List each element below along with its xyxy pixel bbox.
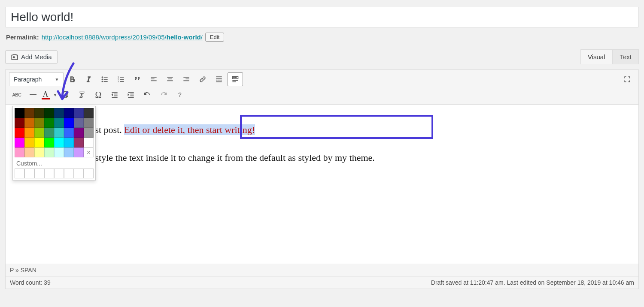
bold-button[interactable]: [64, 72, 80, 86]
custom-color-slot[interactable]: [74, 169, 84, 178]
read-more-button[interactable]: [211, 72, 227, 86]
align-center-button[interactable]: [162, 72, 178, 86]
color-swatch[interactable]: [74, 108, 84, 118]
svg-point-0: [102, 76, 103, 78]
link-button[interactable]: [195, 72, 210, 86]
draft-info: Draft saved at 11:20:47 am. Last edited …: [431, 279, 634, 286]
tab-text[interactable]: Text: [612, 49, 639, 64]
color-swatch[interactable]: [24, 128, 34, 138]
help-button[interactable]: ?: [172, 88, 188, 102]
color-swatch[interactable]: [74, 147, 84, 157]
post-title-input[interactable]: [5, 7, 639, 27]
element-path[interactable]: P » SPAN: [6, 264, 638, 277]
editor-mode-tabs: Visual Text: [580, 49, 639, 64]
svg-rect-35: [114, 94, 117, 95]
color-swatch[interactable]: [34, 118, 44, 128]
format-select[interactable]: Paragraph ▼: [9, 72, 64, 86]
tab-visual[interactable]: Visual: [580, 49, 613, 64]
color-swatch[interactable]: [54, 108, 64, 118]
color-swatch[interactable]: [24, 118, 34, 128]
color-swatch[interactable]: [74, 128, 84, 138]
selected-text: Edit or delete it, then start writing!: [124, 124, 255, 135]
svg-rect-20: [184, 81, 189, 81]
fullscreen-button[interactable]: [620, 72, 635, 86]
color-swatch[interactable]: [64, 108, 74, 118]
custom-color-slot[interactable]: [34, 169, 44, 178]
color-swatch[interactable]: [24, 138, 34, 147]
custom-color-slot[interactable]: [64, 169, 74, 178]
align-left-button[interactable]: [146, 72, 161, 86]
color-swatch[interactable]: [15, 138, 24, 147]
paste-text-button[interactable]: [58, 88, 73, 102]
text-color-button[interactable]: A ▼: [42, 88, 57, 102]
color-swatch[interactable]: [15, 108, 24, 118]
color-swatch[interactable]: [74, 138, 84, 147]
color-swatch[interactable]: [64, 118, 74, 128]
color-swatch[interactable]: [54, 128, 64, 138]
numbered-list-button[interactable]: 123: [113, 72, 129, 86]
horizontal-rule-button[interactable]: [25, 88, 41, 102]
permalink-link[interactable]: http://localhost:8888/wordpress/2019/09/…: [42, 33, 203, 41]
color-swatch[interactable]: [44, 128, 54, 138]
bullet-list-button[interactable]: [97, 72, 112, 86]
svg-rect-5: [104, 81, 108, 82]
color-swatch[interactable]: ×: [84, 147, 94, 157]
color-swatch[interactable]: [64, 147, 74, 157]
color-swatch[interactable]: [84, 128, 94, 138]
color-swatch[interactable]: [24, 108, 34, 118]
color-swatch[interactable]: [34, 147, 44, 157]
color-swatch[interactable]: [84, 118, 94, 128]
add-media-button[interactable]: Add Media: [5, 50, 58, 64]
edit-permalink-button[interactable]: Edit: [205, 33, 224, 42]
color-swatch[interactable]: [34, 138, 44, 147]
color-swatch[interactable]: [44, 108, 54, 118]
color-swatch[interactable]: [84, 108, 94, 118]
strikethrough-button[interactable]: ABC: [9, 88, 24, 102]
custom-color-slot[interactable]: [54, 169, 64, 178]
color-swatch[interactable]: [15, 128, 24, 138]
redo-button[interactable]: [156, 88, 171, 102]
color-swatch[interactable]: [64, 128, 74, 138]
svg-rect-12: [151, 77, 157, 78]
chevron-down-icon: ▼: [55, 77, 59, 82]
color-swatch[interactable]: [34, 108, 44, 118]
custom-color-button[interactable]: Custom...: [15, 157, 94, 169]
svg-rect-30: [235, 77, 236, 78]
svg-rect-15: [167, 77, 173, 78]
color-swatch[interactable]: [15, 147, 24, 157]
color-swatch[interactable]: [54, 118, 64, 128]
text-color-a-icon: A: [42, 90, 50, 99]
svg-rect-28: [233, 77, 234, 78]
indent-button[interactable]: [123, 88, 139, 102]
color-swatch[interactable]: [44, 118, 54, 128]
color-swatch[interactable]: [64, 138, 74, 147]
special-character-button[interactable]: Ω: [91, 88, 106, 102]
color-swatch[interactable]: [24, 147, 34, 157]
svg-text:3: 3: [118, 80, 119, 83]
color-swatch[interactable]: [54, 147, 64, 157]
color-swatch[interactable]: [15, 118, 24, 128]
svg-rect-34: [112, 92, 117, 93]
italic-button[interactable]: [81, 72, 96, 86]
undo-button[interactable]: [140, 88, 155, 102]
align-right-button[interactable]: [179, 72, 194, 86]
color-swatch[interactable]: [54, 138, 64, 147]
custom-color-slot[interactable]: [84, 169, 94, 178]
color-swatch[interactable]: [44, 147, 54, 157]
color-swatch[interactable]: [74, 118, 84, 128]
clear-formatting-button[interactable]: [74, 88, 90, 102]
color-swatch[interactable]: [84, 138, 94, 147]
svg-rect-26: [216, 81, 222, 82]
content-paragraph: n block. I'm going to style the text ins…: [14, 150, 630, 166]
color-swatch[interactable]: [44, 138, 54, 147]
outdent-button[interactable]: [107, 88, 122, 102]
custom-color-slot[interactable]: [44, 169, 54, 178]
toolbar-toggle-button[interactable]: [228, 72, 243, 86]
svg-point-2: [102, 78, 103, 80]
custom-color-slot[interactable]: [15, 169, 24, 178]
content-editor[interactable]: Press. This is your first post. Edit or …: [6, 105, 638, 264]
svg-rect-33: [233, 81, 236, 82]
color-swatch[interactable]: [34, 128, 44, 138]
blockquote-button[interactable]: [130, 72, 145, 86]
custom-color-slot[interactable]: [24, 169, 34, 178]
